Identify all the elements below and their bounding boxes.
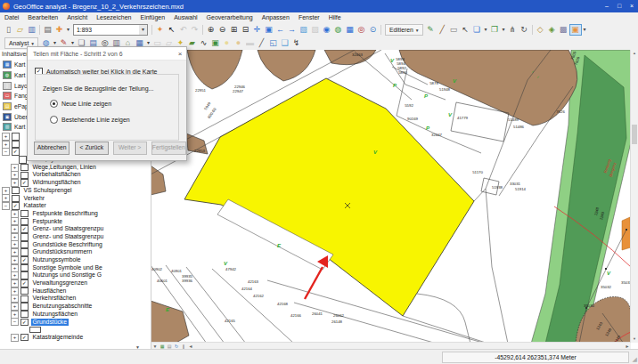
layer-row-verwaltungsgrenzen[interactable]: +✓Verwaltungsgrenzen <box>0 279 143 287</box>
raster-tool-icon[interactable]: ▩ <box>558 24 569 36</box>
layer-row-hausflächen[interactable]: +Hausflächen <box>0 287 143 295</box>
bestehende-linie-radio[interactable] <box>50 116 58 124</box>
layer-row-sonstige-symbole-und-be[interactable]: +Sonstige Symbole und Be <box>0 264 143 272</box>
zoom-in-icon[interactable]: ⊕ <box>205 24 217 36</box>
clear-selection-icon[interactable]: ▨ <box>309 24 321 36</box>
select-cursor-icon[interactable]: ↖ <box>166 24 177 36</box>
new-document-icon[interactable]: ▯ <box>3 24 14 36</box>
layer-row-grundstücke-beschriftung[interactable]: +Grundstücke Beschriftung <box>0 241 143 249</box>
expander-icon[interactable]: + <box>11 295 19 303</box>
comment-icon[interactable]: ❑ <box>279 37 290 49</box>
zoom-out-icon[interactable]: ⊖ <box>217 24 228 36</box>
scale-dropdown-icon[interactable]: ▾ <box>139 25 147 35</box>
active-tool-icon[interactable]: ▣ <box>569 24 582 36</box>
polyline-icon[interactable]: ∿ <box>198 37 209 49</box>
zoom-page-icon[interactable]: ◱ <box>267 37 279 49</box>
gray-bar-icon[interactable]: ▬ <box>244 37 256 49</box>
layer-checkbox[interactable]: ✓ <box>20 225 29 233</box>
menu-hilfe[interactable]: Hilfe <box>324 12 346 23</box>
close-icon[interactable]: × <box>626 0 638 12</box>
map-vertical-scrollbar[interactable]: ▲ ▼ <box>630 50 638 343</box>
layer-checkbox[interactable] <box>20 248 29 256</box>
layer-row-grundstücksnummern[interactable]: +Grundstücksnummern <box>0 248 143 256</box>
vscroll-thumb[interactable] <box>632 125 637 144</box>
expander-icon[interactable]: + <box>11 233 19 241</box>
expander-icon[interactable]: − <box>2 202 10 210</box>
layer-row-katastralgemeinde[interactable]: +✓Katastralgemeinde <box>0 334 143 342</box>
create-features-dropdown-icon[interactable]: ▾ <box>483 24 489 36</box>
layer-row-wege-leitungen-linien[interactable]: +Wege,Leitungen, Linien <box>0 164 143 172</box>
layer-checkbox[interactable] <box>20 264 29 272</box>
menu-bearbeiten[interactable]: Bearbeiten <box>23 12 62 23</box>
layer-checkbox[interactable] <box>20 295 29 303</box>
menu-geoverarbeitung[interactable]: Geoverarbeitung <box>202 12 258 23</box>
draw-line-icon[interactable]: ╱ <box>256 37 267 49</box>
layer-checkbox[interactable]: ✓ <box>12 202 20 210</box>
neue-linie-radio[interactable] <box>50 100 58 108</box>
expander-icon[interactable]: + <box>11 303 19 311</box>
scale-combo[interactable]: 1:893▾ <box>73 24 148 36</box>
create-features-icon[interactable]: ❏ <box>471 24 483 36</box>
layer-row-vs-schulsprengel[interactable]: +VS Schulsprengel <box>0 187 143 195</box>
maximize-icon[interactable]: □ <box>613 0 626 12</box>
expander-icon[interactable]: + <box>11 171 19 179</box>
menu-auswahl[interactable]: Auswahl <box>169 12 201 23</box>
scroll-down-icon[interactable]: ▼ <box>631 336 638 343</box>
undo-icon[interactable]: ↶ <box>177 24 189 36</box>
layer-row-nutzungsflächen[interactable]: +Nutzungsflächen <box>0 311 143 319</box>
layer-row-verkehrsflächen[interactable]: +Verkehrsflächen <box>0 295 143 303</box>
open-folder-icon[interactable]: ▱ <box>14 24 26 36</box>
menu-ansicht[interactable]: Ansicht <box>62 12 92 23</box>
editieren-button[interactable]: Editieren▾ <box>385 24 423 36</box>
split-tool-icon[interactable]: ⋔ <box>507 24 519 36</box>
full-extent-icon[interactable]: ▣ <box>263 24 274 36</box>
layer-checkbox[interactable] <box>20 303 29 311</box>
layer-row-grundstücke[interactable]: −✓Grundstücke <box>0 319 143 327</box>
layer-checkbox[interactable]: ✓ <box>20 256 29 264</box>
menu-datei[interactable]: Datei <box>0 12 23 23</box>
more-dropdown-icon[interactable]: ▾ <box>582 24 588 36</box>
minimize-icon[interactable]: – <box>601 0 613 12</box>
menu-fenster[interactable]: Fenster <box>294 12 324 23</box>
expander-icon[interactable]: + <box>11 279 19 287</box>
modify-features-icon[interactable]: ❐ <box>489 24 501 36</box>
map-view[interactable]: 229512294622947229535949600.603246358935… <box>151 50 638 350</box>
orange-point-icon[interactable]: ● <box>233 37 244 49</box>
select-features-icon[interactable]: ▧ <box>298 24 309 36</box>
previous-extent-icon[interactable]: ← <box>274 24 286 36</box>
layer-checkbox[interactable] <box>20 287 29 295</box>
expander-icon[interactable]: + <box>11 248 19 256</box>
dialog-close-icon[interactable]: × <box>174 50 186 58</box>
add-data-dropdown-icon[interactable]: ▾ <box>65 24 71 36</box>
layer-row-benutzungsabschnitte[interactable]: +Benutzungsabschnitte <box>0 303 143 311</box>
expander-icon[interactable]: + <box>11 164 19 172</box>
layer-checkbox[interactable] <box>12 141 20 149</box>
layer-row-grenz-und-staatsgrenzpu[interactable]: +✓Grenz- und Staatsgrenzpu <box>0 225 143 233</box>
identify-page-icon[interactable]: ◎ <box>356 24 367 36</box>
pan-icon[interactable]: ✛ <box>251 24 263 36</box>
expander-icon[interactable]: − <box>11 318 19 326</box>
layer-row-verkehr[interactable]: +Verkehr <box>0 195 143 203</box>
layer-checkbox[interactable] <box>19 156 27 164</box>
redo-icon[interactable]: ↷ <box>189 24 200 36</box>
topology-icon[interactable]: ◈ <box>546 24 558 36</box>
layer-checkbox[interactable] <box>20 311 29 319</box>
layer-checkbox[interactable]: ✓ <box>20 334 29 342</box>
sketch-tool-icon[interactable]: ✎ <box>425 24 437 36</box>
expander-icon[interactable]: − <box>2 148 10 156</box>
layer-checkbox[interactable] <box>20 218 29 226</box>
print-icon[interactable]: ▤ <box>42 24 53 36</box>
zurueck-button[interactable]: < Zurück <box>75 142 108 155</box>
expander-icon[interactable]: + <box>11 256 19 264</box>
identify-icon[interactable]: ◉ <box>321 24 332 36</box>
add-data-icon[interactable]: ✚ <box>53 24 65 36</box>
expander-icon[interactable]: + <box>11 287 19 295</box>
fixed-zoom-in-icon[interactable]: ⊞ <box>228 24 240 36</box>
expander-icon[interactable]: + <box>11 311 19 319</box>
resize-grip-icon[interactable]: ◢ <box>633 356 637 363</box>
edit-arrow-icon[interactable]: ↖ <box>460 24 471 36</box>
layer-row-nutzungs-und-sonstige-g[interactable]: +Nutzungs und Sonstige G <box>0 271 143 279</box>
scroll-up-icon[interactable]: ▲ <box>631 50 638 57</box>
menu-lesezeichen[interactable]: Lesezeichen <box>92 12 135 23</box>
layer-checkbox[interactable] <box>12 195 20 203</box>
